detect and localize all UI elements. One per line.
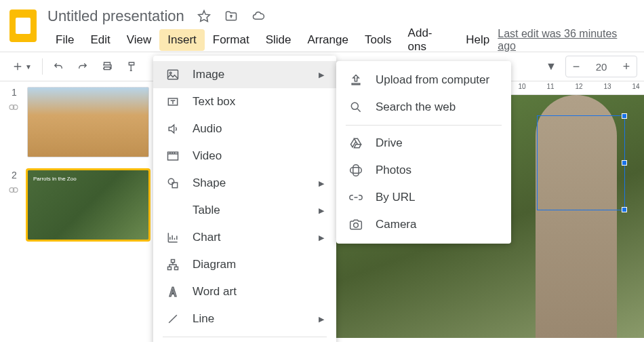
- cloud-status-icon[interactable]: [251, 9, 266, 24]
- svg-point-13: [351, 102, 358, 109]
- photos-icon: [348, 163, 363, 178]
- menu-item-label: Audio: [193, 122, 222, 136]
- svg-rect-11: [168, 267, 172, 269]
- transition-icon[interactable]: [8, 185, 20, 197]
- menu-item-label: Photos: [376, 164, 411, 177]
- menu-view[interactable]: View: [119, 29, 160, 51]
- drive-icon: [348, 136, 363, 151]
- image-upload[interactable]: Upload from computer: [336, 66, 511, 94]
- table-icon: [165, 203, 180, 218]
- slide-preview[interactable]: Parrots in the Zoo: [27, 170, 149, 240]
- wordart-icon: [165, 284, 180, 299]
- menu-file[interactable]: File: [47, 29, 82, 51]
- menu-item-label: Diagram: [193, 258, 236, 271]
- link-icon: [348, 190, 363, 205]
- menu-item-label: Text box: [193, 95, 235, 109]
- insert-chart[interactable]: Chart ▶: [153, 224, 336, 251]
- slide-number: 2: [12, 170, 17, 180]
- star-icon[interactable]: [197, 9, 212, 24]
- transition-icon[interactable]: [8, 102, 20, 114]
- menu-item-label: By URL: [376, 191, 416, 204]
- insert-image[interactable]: Image ▶: [153, 61, 336, 88]
- svg-rect-4: [168, 70, 178, 79]
- line-icon: [165, 311, 180, 326]
- insert-video[interactable]: Video: [153, 142, 336, 170]
- menu-item-label: Image: [193, 68, 224, 81]
- slide-thumbnail[interactable]: 1: [7, 87, 149, 157]
- slide-filmstrip: 1 2 Parrots in the Zoo: [0, 81, 156, 338]
- insert-line[interactable]: Line ▶: [153, 305, 336, 332]
- menu-item-label: Drive: [376, 136, 403, 150]
- menu-item-label: Table: [193, 204, 220, 217]
- upload-icon: [348, 73, 363, 88]
- submenu-arrow-icon: ▶: [319, 206, 324, 215]
- menu-slide[interactable]: Slide: [258, 29, 300, 51]
- menu-item-label: Word art: [193, 285, 237, 299]
- menu-addons[interactable]: Add-ons: [400, 22, 458, 58]
- insert-shape[interactable]: Shape ▶: [153, 170, 336, 197]
- toolbar-dropdown-icon[interactable]: ▼: [541, 56, 561, 77]
- menu-item-label: Search the web: [376, 100, 456, 114]
- menu-item-label: Chart: [193, 231, 221, 244]
- zoom-out-button[interactable]: −: [566, 60, 586, 74]
- chart-icon: [165, 230, 180, 245]
- submenu-arrow-icon: ▶: [319, 233, 324, 242]
- zoom-in-button[interactable]: +: [616, 60, 637, 74]
- slide-thumbnail[interactable]: 2 Parrots in the Zoo: [7, 170, 149, 240]
- menu-item-label: Camera: [376, 218, 416, 231]
- image-search-web[interactable]: Search the web: [336, 94, 511, 121]
- menu-help[interactable]: Help: [458, 29, 498, 51]
- menu-arrange[interactable]: Arrange: [299, 29, 356, 51]
- image-drive[interactable]: Drive: [336, 130, 511, 157]
- menu-format[interactable]: Format: [205, 29, 258, 51]
- menu-item-label: Line: [193, 312, 214, 326]
- move-to-folder-icon[interactable]: [224, 9, 239, 24]
- insert-wordart[interactable]: Word art: [153, 278, 336, 305]
- resize-handle[interactable]: [622, 160, 627, 166]
- menu-tools[interactable]: Tools: [357, 29, 400, 51]
- resize-handle[interactable]: [622, 113, 627, 119]
- audio-icon: [165, 121, 180, 136]
- insert-audio[interactable]: Audio: [153, 115, 336, 142]
- menu-insert[interactable]: Insert: [159, 29, 205, 51]
- svg-point-8: [168, 178, 174, 184]
- menu-separator: [346, 125, 502, 126]
- paint-format-button[interactable]: [121, 56, 142, 77]
- menu-edit[interactable]: Edit: [82, 29, 118, 51]
- insert-table[interactable]: Table ▶: [153, 197, 336, 224]
- insert-diagram[interactable]: Diagram: [153, 251, 336, 278]
- redo-button[interactable]: [73, 56, 93, 77]
- slide-preview[interactable]: [27, 87, 149, 157]
- menu-item-label: Shape: [193, 176, 226, 190]
- image-camera[interactable]: Camera: [336, 211, 511, 238]
- diagram-icon: [165, 257, 180, 272]
- svg-rect-12: [175, 267, 178, 269]
- submenu-arrow-icon: ▶: [319, 315, 324, 324]
- new-slide-button[interactable]: ▼: [7, 56, 37, 77]
- image-photos[interactable]: Photos: [336, 157, 511, 184]
- insert-menu-dropdown: Image ▶ Text box Audio Video Shape ▶ Tab…: [153, 56, 336, 342]
- zoom-value[interactable]: 20: [586, 61, 616, 73]
- document-name[interactable]: Untitled presentation: [47, 7, 184, 25]
- slides-logo-icon: [9, 10, 37, 42]
- slide-number: 1: [12, 87, 17, 98]
- image-submenu-dropdown: Upload from computer Search the web Driv…: [336, 61, 511, 244]
- undo-button[interactable]: [48, 56, 68, 77]
- resize-handle[interactable]: [622, 207, 627, 212]
- menu-item-label: Upload from computer: [376, 73, 489, 87]
- image-icon: [165, 67, 180, 82]
- last-edit-link[interactable]: Last edit was 36 minutes ago: [498, 28, 635, 52]
- svg-rect-10: [172, 260, 175, 263]
- image-by-url[interactable]: By URL: [336, 184, 511, 211]
- zoom-control: − 20 +: [565, 56, 637, 77]
- search-icon: [348, 100, 363, 115]
- camera-icon: [348, 217, 363, 232]
- print-button[interactable]: [97, 56, 117, 77]
- slide-caption: Parrots in the Zoo: [33, 176, 77, 182]
- submenu-arrow-icon: ▶: [319, 179, 324, 188]
- selection-box[interactable]: [537, 115, 625, 210]
- video-icon: [165, 149, 180, 164]
- insert-textbox[interactable]: Text box: [153, 88, 336, 115]
- shape-icon: [165, 176, 180, 191]
- menu-item-label: Video: [193, 149, 222, 163]
